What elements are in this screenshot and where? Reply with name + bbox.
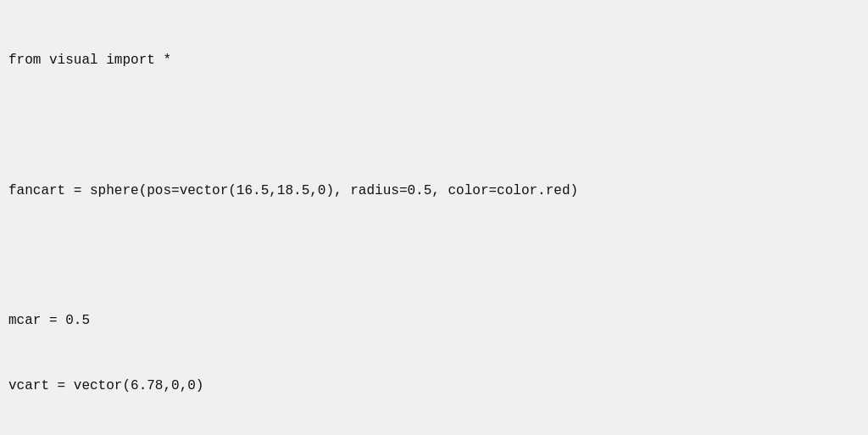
code-line-5: mcar = 0.5 [8, 310, 860, 332]
code-line-3: fancart = sphere(pos=vector(16.5,18.5,0)… [8, 181, 860, 203]
code-line-1: from visual import * [8, 50, 860, 72]
code-line-blank-1 [8, 115, 860, 137]
code-editor: from visual import * fancart = sphere(po… [8, 7, 860, 435]
code-line-blank-2 [8, 246, 860, 268]
code-line-6: vcart = vector(6.78,0,0) [8, 376, 860, 398]
